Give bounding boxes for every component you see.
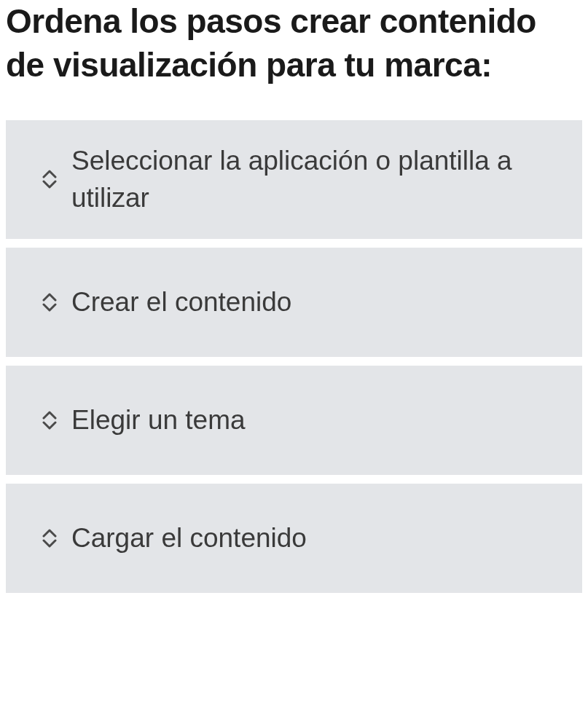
- sort-controls: [42, 169, 57, 189]
- sort-controls: [42, 528, 57, 548]
- sort-controls: [42, 410, 57, 430]
- chevron-down-icon[interactable]: [42, 302, 57, 312]
- sortable-item[interactable]: Seleccionar la aplicación o plantilla a …: [6, 120, 582, 240]
- item-label: Crear el contenido: [71, 283, 291, 321]
- sort-controls: [42, 292, 57, 312]
- item-label: Seleccionar la aplicación o plantilla a …: [71, 142, 553, 218]
- sortable-list: Seleccionar la aplicación o plantilla a …: [6, 120, 582, 594]
- question-title: Ordena los pasos crear contenido de visu…: [6, 0, 582, 87]
- sortable-item[interactable]: Elegir un tema: [6, 366, 582, 475]
- chevron-up-icon[interactable]: [42, 169, 57, 179]
- chevron-up-icon[interactable]: [42, 410, 57, 420]
- chevron-up-icon[interactable]: [42, 528, 57, 538]
- item-label: Cargar el contenido: [71, 519, 307, 557]
- chevron-up-icon[interactable]: [42, 292, 57, 302]
- sortable-item[interactable]: Crear el contenido: [6, 248, 582, 357]
- item-label: Elegir un tema: [71, 401, 246, 439]
- chevron-down-icon[interactable]: [42, 420, 57, 430]
- chevron-down-icon[interactable]: [42, 538, 57, 548]
- chevron-down-icon[interactable]: [42, 179, 57, 189]
- sortable-item[interactable]: Cargar el contenido: [6, 484, 582, 593]
